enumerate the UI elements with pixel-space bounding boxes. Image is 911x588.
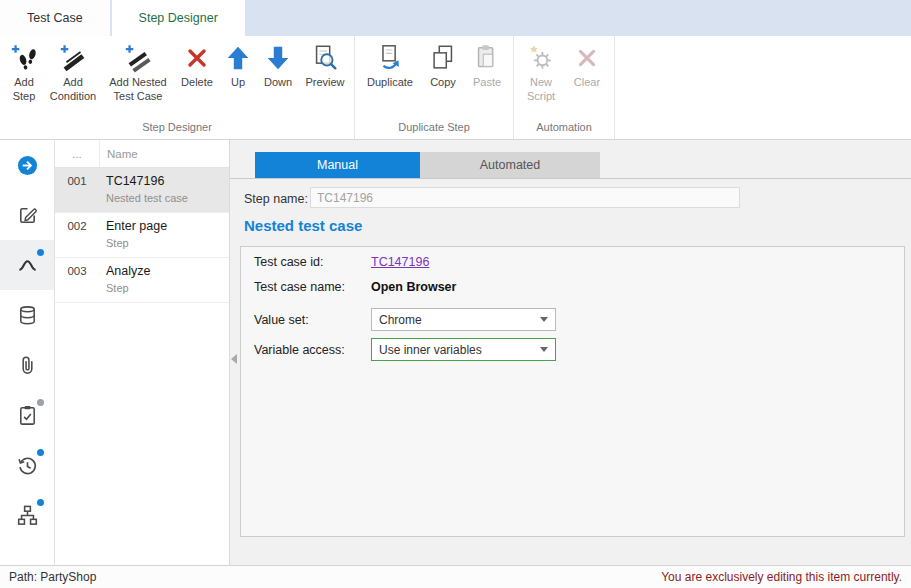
add-nested-test-case-button[interactable]: Add Nested Test Case bbox=[102, 38, 174, 104]
step-name-label: Step name: bbox=[244, 192, 308, 206]
ribbon-group-buttons: Add Step Add Condition bbox=[4, 38, 350, 116]
step-list-header: ... Name bbox=[55, 140, 229, 168]
paste-label: Paste bbox=[473, 76, 501, 90]
tab-step-designer-label: Step Designer bbox=[139, 11, 218, 25]
ribbon-group-step-designer: Add Step Add Condition bbox=[0, 36, 355, 139]
step-name: Analyze bbox=[106, 264, 150, 278]
ribbon: Add Step Add Condition bbox=[0, 36, 911, 140]
tab-manual[interactable]: Manual bbox=[255, 152, 420, 178]
app-window: Test Case Step Designer bbox=[0, 0, 911, 588]
view-tab-strip: Manual Automated bbox=[230, 152, 911, 179]
sidebar-item-test-data[interactable] bbox=[0, 290, 54, 340]
notification-dot bbox=[37, 249, 44, 256]
edit-icon bbox=[16, 204, 39, 227]
sidebar-item-navigate[interactable] bbox=[0, 140, 54, 190]
ribbon-tab-bar: Test Case Step Designer bbox=[0, 0, 911, 36]
notification-dot bbox=[37, 499, 44, 506]
add-nested-test-case-label: Add Nested Test Case bbox=[104, 76, 172, 104]
attachment-icon bbox=[16, 354, 39, 377]
value-set-selected-option: Chrome bbox=[379, 313, 422, 327]
add-step-button[interactable]: Add Step bbox=[4, 38, 44, 104]
clear-label: Clear bbox=[574, 76, 600, 90]
new-script-icon bbox=[526, 43, 556, 73]
ribbon-group-buttons: New Script Clear bbox=[518, 38, 610, 116]
add-nested-test-case-icon bbox=[123, 43, 153, 73]
step-type: Nested test case bbox=[106, 192, 188, 204]
copy-icon bbox=[428, 43, 458, 73]
ribbon-group-label-automation: Automation bbox=[518, 116, 610, 139]
step-detail-panel: Manual Automated Step name: Nested test … bbox=[230, 140, 911, 565]
sidebar-item-edit[interactable] bbox=[0, 190, 54, 240]
step-list-row[interactable]: 003 Analyze Step bbox=[55, 258, 229, 303]
add-condition-button[interactable]: Add Condition bbox=[44, 38, 102, 104]
sidebar-item-checklist[interactable] bbox=[0, 390, 54, 440]
preview-label: Preview bbox=[305, 76, 344, 90]
up-button[interactable]: Up bbox=[220, 38, 256, 90]
ribbon-group-buttons: Duplicate Copy bbox=[359, 38, 509, 116]
sidebar-item-hierarchy[interactable] bbox=[0, 490, 54, 540]
hierarchy-icon bbox=[16, 504, 39, 527]
ribbon-group-label-step-designer: Step Designer bbox=[4, 116, 350, 139]
down-button[interactable]: Down bbox=[256, 38, 300, 90]
down-arrow-icon bbox=[263, 43, 293, 73]
nested-test-case-form: Test case id: TC147196 Test case name: O… bbox=[240, 246, 905, 537]
section-heading: Nested test case bbox=[244, 217, 362, 234]
test-case-name-label: Test case name: bbox=[254, 280, 371, 294]
delete-button[interactable]: Delete bbox=[174, 38, 220, 90]
add-step-icon bbox=[9, 43, 39, 73]
new-script-label: New Script bbox=[520, 76, 562, 104]
test-case-name-value: Open Browser bbox=[371, 280, 456, 294]
down-label: Down bbox=[264, 76, 292, 90]
step-name: TC147196 bbox=[106, 174, 188, 188]
step-list-row[interactable]: 002 Enter page Step bbox=[55, 213, 229, 258]
chevron-down-icon bbox=[540, 317, 548, 322]
paste-button[interactable]: Paste bbox=[465, 38, 509, 90]
ribbon-group-duplicate-step: Duplicate Copy bbox=[355, 36, 514, 139]
notification-dot bbox=[37, 399, 44, 406]
history-icon bbox=[16, 454, 39, 477]
ribbon-group-label-duplicate-step: Duplicate Step bbox=[359, 116, 509, 139]
up-arrow-icon bbox=[223, 43, 253, 73]
tab-automated-label: Automated bbox=[480, 158, 540, 172]
new-script-button[interactable]: New Script bbox=[518, 38, 564, 104]
step-number: 003 bbox=[55, 264, 99, 294]
test-case-id-link[interactable]: TC147196 bbox=[371, 255, 429, 269]
clear-button[interactable]: Clear bbox=[564, 38, 610, 90]
up-label: Up bbox=[231, 76, 245, 90]
step-number: 001 bbox=[55, 174, 99, 204]
preview-button[interactable]: Preview bbox=[300, 38, 350, 90]
clear-icon bbox=[572, 43, 602, 73]
add-condition-icon bbox=[58, 43, 88, 73]
status-bar: Path: PartyShop You are exclusively edit… bbox=[0, 565, 911, 588]
step-list-row[interactable]: 001 TC147196 Nested test case bbox=[55, 168, 229, 213]
tab-test-case-label: Test Case bbox=[27, 11, 83, 25]
variable-access-select[interactable]: Use inner variables bbox=[371, 338, 556, 361]
step-type: Step bbox=[106, 282, 150, 294]
sidebar-item-history[interactable] bbox=[0, 440, 54, 490]
status-message: You are exclusively editing this item cu… bbox=[661, 570, 902, 584]
duplicate-button[interactable]: Duplicate bbox=[359, 38, 421, 90]
step-name-input[interactable] bbox=[310, 187, 740, 208]
status-path: Path: PartyShop bbox=[9, 570, 96, 584]
copy-button[interactable]: Copy bbox=[421, 38, 465, 90]
sidebar-item-attachments[interactable] bbox=[0, 340, 54, 390]
step-list-column-name: Name bbox=[100, 140, 138, 167]
ribbon-group-automation: New Script Clear Automation bbox=[514, 36, 615, 139]
copy-label: Copy bbox=[430, 76, 456, 90]
delete-label: Delete bbox=[181, 76, 213, 90]
step-list-panel: ... Name 001 TC147196 Nested test case 0… bbox=[55, 140, 230, 565]
chevron-down-icon bbox=[540, 347, 548, 352]
variable-access-selected-option: Use inner variables bbox=[379, 343, 482, 357]
value-set-select[interactable]: Chrome bbox=[371, 308, 556, 331]
tab-step-designer[interactable]: Step Designer bbox=[112, 0, 245, 36]
collapse-panel-arrow-icon[interactable] bbox=[231, 354, 237, 364]
tab-test-case[interactable]: Test Case bbox=[0, 0, 110, 36]
delete-icon bbox=[182, 43, 212, 73]
field-row-variable-access: Variable access: Use inner variables bbox=[254, 338, 556, 361]
field-row-test-case-id: Test case id: TC147196 bbox=[254, 255, 429, 269]
step-list-column-number: ... bbox=[55, 140, 100, 167]
duplicate-icon bbox=[375, 43, 405, 73]
tab-automated[interactable]: Automated bbox=[420, 152, 600, 178]
sidebar-item-steps[interactable] bbox=[0, 240, 54, 290]
test-case-id-label: Test case id: bbox=[254, 255, 371, 269]
